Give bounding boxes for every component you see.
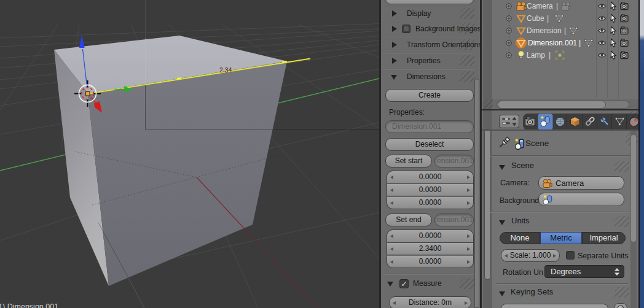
svg-text:2.34: 2.34 (219, 66, 232, 74)
svg-text:(1) Dimension.001: (1) Dimension.001 (0, 302, 58, 308)
